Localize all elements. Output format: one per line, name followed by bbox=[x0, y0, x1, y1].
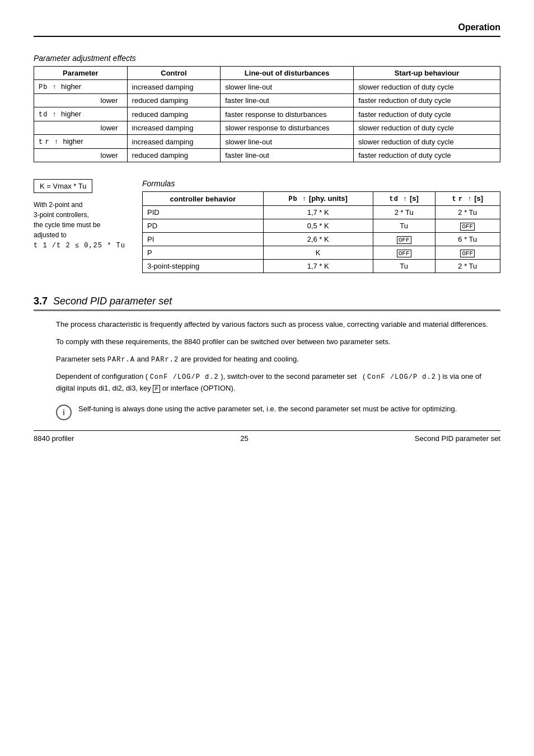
formula-behavior: PI bbox=[143, 233, 264, 246]
formulas-table: controller behavior Pb ↑ [phy. units] td… bbox=[142, 191, 500, 273]
formula-pb: 1,7 * K bbox=[263, 260, 373, 273]
section-para-1: The process characteristic is frequently… bbox=[56, 319, 500, 331]
header-title: Operation bbox=[458, 22, 500, 32]
formula-behavior: PID bbox=[143, 206, 264, 219]
formula-behavior: PD bbox=[143, 219, 264, 233]
formula-row: PID 1,7 * K 2 * Tu 2 * Tu bbox=[143, 206, 500, 219]
config-ref-2: ConF /LOG/P d.2 bbox=[367, 373, 436, 381]
section-body: The process characteristic is frequently… bbox=[56, 319, 500, 420]
formula-row: PI 2,6 * K OFF 6 * Tu bbox=[143, 233, 500, 246]
formula-constraint: t 1 /t 2 ≤ 0,25 * Tu bbox=[34, 242, 125, 250]
formula-td: OFF bbox=[373, 246, 435, 260]
parameter-table: Parameter Control Line-out of disturbanc… bbox=[34, 66, 500, 162]
formula-tr: OFF bbox=[435, 219, 500, 233]
formula-pb: K bbox=[263, 246, 373, 260]
param-set-a: PARr.A bbox=[107, 356, 135, 364]
info-icon: i bbox=[56, 405, 72, 420]
formula-col-pb: Pb ↑ [phy. units] bbox=[263, 192, 373, 206]
startup-cell: slower reduction of duty cycle bbox=[354, 80, 500, 94]
formula-col-behavior: controller behavior bbox=[143, 192, 264, 206]
section-para-2: To comply with these requirements, the 8… bbox=[56, 336, 500, 348]
col-header-parameter: Parameter bbox=[34, 67, 128, 80]
line-out-cell: faster line-out bbox=[221, 149, 354, 162]
footer-section: Second PID parameter set bbox=[415, 434, 500, 443]
control-cell: increased damping bbox=[127, 121, 221, 135]
param-section: Parameter adjustment effects Parameter C… bbox=[34, 54, 500, 162]
formula-pb: 0,5 * K bbox=[263, 219, 373, 233]
section-para-3: Parameter sets PARr.A and PARr.2 are pro… bbox=[56, 354, 500, 365]
control-cell: reduced damping bbox=[127, 149, 221, 162]
table-row: lower increased damping slower response … bbox=[34, 121, 500, 135]
formula-tr: 2 * Tu bbox=[435, 260, 500, 273]
formula-row: 3-point-stepping 1,7 * K Tu 2 * Tu bbox=[143, 260, 500, 273]
param-cell: Pb ↑ higher bbox=[34, 80, 128, 94]
formula-tr: OFF bbox=[435, 246, 500, 260]
config-ref-1: ConF /LOG/P d.2 bbox=[150, 373, 219, 381]
line-out-cell: slower response to disturbances bbox=[221, 121, 354, 135]
line-out-cell: faster line-out bbox=[221, 94, 354, 107]
param-symbol: td ↑ bbox=[39, 111, 57, 119]
line-out-cell: slower line-out bbox=[221, 80, 354, 94]
formula-note: With 2-point and 3-point controllers, th… bbox=[34, 200, 125, 251]
formula-left: K = Vmax * Tu With 2-point and 3-point c… bbox=[34, 179, 125, 251]
section-number: 3.7 bbox=[34, 295, 48, 307]
line-out-cell: faster response to disturbances bbox=[221, 107, 354, 121]
section-heading: 3.7 Second PID parameter set bbox=[34, 295, 500, 311]
param-cell: td ↑ higher bbox=[34, 107, 128, 121]
col-header-control: Control bbox=[127, 67, 221, 80]
formula-tr: 2 * Tu bbox=[435, 206, 500, 219]
startup-cell: faster reduction of duty cycle bbox=[354, 94, 500, 107]
formulas-section: K = Vmax * Tu With 2-point and 3-point c… bbox=[34, 179, 500, 273]
formula-pb: 2,6 * K bbox=[263, 233, 373, 246]
formula-row: PD 0,5 * K Tu OFF bbox=[143, 219, 500, 233]
param-cell: lower bbox=[34, 94, 128, 107]
table-row: Pb ↑ higher increased damping slower lin… bbox=[34, 80, 500, 94]
formula-col-tr: t r ↑ [s] bbox=[435, 192, 500, 206]
formula-row: P K OFF OFF bbox=[143, 246, 500, 260]
info-box: i Self-tuning is always done using the a… bbox=[56, 403, 500, 420]
formula-td: 2 * Tu bbox=[373, 206, 435, 219]
info-text: Self-tuning is always done using the act… bbox=[78, 403, 457, 415]
section-para-4: Dependent of configuration ( ConF /LOG/P… bbox=[56, 371, 500, 395]
param-cell: lower bbox=[34, 149, 128, 162]
formula-pb: 1,7 * K bbox=[263, 206, 373, 219]
param-symbol: t r ↑ bbox=[39, 138, 59, 146]
startup-cell: slower reduction of duty cycle bbox=[354, 121, 500, 135]
col-header-line-out: Line-out of disturbances bbox=[221, 67, 354, 80]
control-cell: increased damping bbox=[127, 80, 221, 94]
formula-td: OFF bbox=[373, 233, 435, 246]
formula-title: Formulas bbox=[142, 179, 500, 188]
formula-col-td: td ↑ [s] bbox=[373, 192, 435, 206]
startup-cell: slower reduction of duty cycle bbox=[354, 135, 500, 149]
table-row: lower reduced damping faster line-out fa… bbox=[34, 149, 500, 162]
formula-td: Tu bbox=[373, 260, 435, 273]
section-37: 3.7 Second PID parameter set The process… bbox=[34, 295, 500, 420]
line-out-cell: slower line-out bbox=[221, 135, 354, 149]
formula-td: Tu bbox=[373, 219, 435, 233]
formula-box: K = Vmax * Tu bbox=[34, 179, 92, 193]
control-cell: increased damping bbox=[127, 135, 221, 149]
control-cell: reduced damping bbox=[127, 107, 221, 121]
control-cell: reduced damping bbox=[127, 94, 221, 107]
param-cell: t r ↑ higher bbox=[34, 135, 128, 149]
param-cell: lower bbox=[34, 121, 128, 135]
formula-right: Formulas controller behavior Pb ↑ [phy. … bbox=[142, 179, 500, 273]
page-footer: 8840 profiler 25 Second PID parameter se… bbox=[34, 430, 500, 443]
param-section-title: Parameter adjustment effects bbox=[34, 54, 500, 63]
footer-page: 25 bbox=[240, 434, 248, 443]
section-title: Second PID parameter set bbox=[53, 295, 172, 307]
formula-tr: 6 * Tu bbox=[435, 233, 500, 246]
page-header: Operation bbox=[34, 22, 500, 37]
key-f: F bbox=[153, 385, 160, 393]
param-set-2: PARr.2 bbox=[151, 356, 179, 364]
col-header-startup: Start-up behaviour bbox=[354, 67, 500, 80]
table-row: td ↑ higher reduced damping faster respo… bbox=[34, 107, 500, 121]
formula-behavior: P bbox=[143, 246, 264, 260]
param-symbol: Pb ↑ bbox=[39, 83, 57, 91]
startup-cell: faster reduction of duty cycle bbox=[354, 107, 500, 121]
table-row: lower reduced damping faster line-out fa… bbox=[34, 94, 500, 107]
table-row: t r ↑ higher increased damping slower li… bbox=[34, 135, 500, 149]
startup-cell: faster reduction of duty cycle bbox=[354, 149, 500, 162]
footer-product: 8840 profiler bbox=[34, 434, 74, 443]
formula-behavior: 3-point-stepping bbox=[143, 260, 264, 273]
